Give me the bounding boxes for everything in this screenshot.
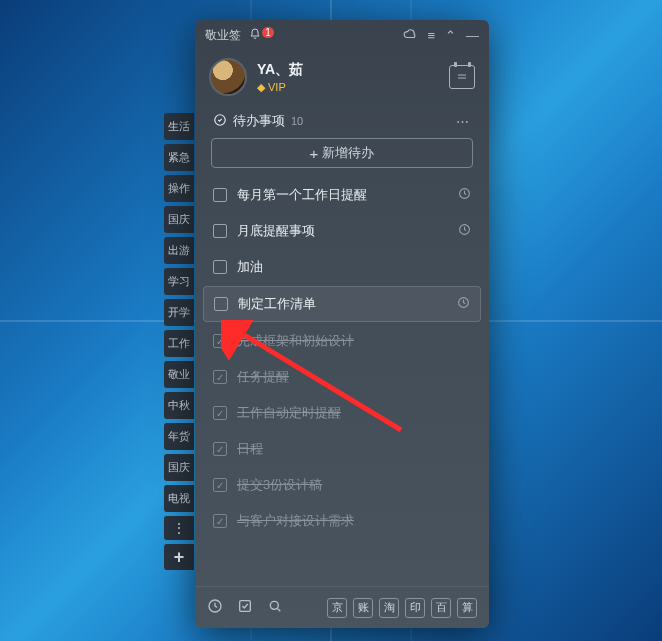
titlebar: 敬业签 1 ≡ ⌃ — — [195, 20, 489, 50]
sidebar-more[interactable]: ⋮ — [164, 516, 194, 540]
check-view-icon[interactable] — [237, 598, 253, 617]
todo-text: 每月第一个工作日提醒 — [237, 186, 452, 204]
sidebar-tab-11[interactable]: 国庆 — [164, 454, 194, 481]
bottom-chip-2[interactable]: 淘 — [379, 598, 399, 618]
checkbox[interactable] — [213, 224, 227, 238]
checkbox[interactable] — [213, 478, 227, 492]
username: YA、茹 — [257, 61, 303, 79]
history-icon[interactable] — [207, 598, 223, 617]
todo-text: 日程 — [237, 440, 471, 458]
sidebar-add[interactable]: + — [164, 544, 194, 570]
checkbox[interactable] — [213, 514, 227, 528]
todo-item[interactable]: 与客户对接设计需求 — [203, 504, 481, 538]
section-header: 待办事项 10 ⋯ — [195, 108, 489, 138]
notif-count: 1 — [262, 27, 274, 38]
todo-item[interactable]: 每月第一个工作日提醒 — [203, 178, 481, 212]
clock-icon — [458, 187, 471, 203]
todo-item[interactable]: 月底提醒事项 — [203, 214, 481, 248]
todo-item[interactable]: 工作自动定时提醒 — [203, 396, 481, 430]
todo-text: 制定工作清单 — [238, 295, 451, 313]
todo-item[interactable]: 加油 — [203, 250, 481, 284]
plus-icon: + — [310, 145, 319, 162]
sidebar-tab-10[interactable]: 年货 — [164, 423, 194, 450]
bottom-bar: 京账淘印百算 — [195, 586, 489, 628]
add-todo-button[interactable]: + 新增待办 — [211, 138, 473, 168]
todo-text: 任务提醒 — [237, 368, 471, 386]
sidebar-tab-2[interactable]: 操作 — [164, 175, 194, 202]
todo-item[interactable]: 完成框架和初始设计 — [203, 324, 481, 358]
todo-text: 加油 — [237, 258, 471, 276]
todo-text: 与客户对接设计需求 — [237, 512, 471, 530]
bottom-chip-4[interactable]: 百 — [431, 598, 451, 618]
sidebar-tab-6[interactable]: 开学 — [164, 299, 194, 326]
sidebar-tab-3[interactable]: 国庆 — [164, 206, 194, 233]
minimize-icon[interactable]: — — [466, 28, 479, 43]
vip-badge: ◆ VIP — [257, 81, 303, 94]
section-count: 10 — [291, 115, 303, 127]
bottom-chip-1[interactable]: 账 — [353, 598, 373, 618]
todo-item[interactable]: 制定工作清单 — [203, 286, 481, 322]
app-name: 敬业签 — [205, 27, 241, 44]
sidebar-tab-0[interactable]: 生活 — [164, 113, 194, 140]
sidebar-tab-12[interactable]: 电视 — [164, 485, 194, 512]
collapse-icon[interactable]: ⌃ — [445, 28, 456, 43]
todo-item[interactable]: 日程 — [203, 432, 481, 466]
todo-text: 工作自动定时提醒 — [237, 404, 471, 422]
todo-text: 月底提醒事项 — [237, 222, 452, 240]
todo-list: 每月第一个工作日提醒月底提醒事项加油制定工作清单完成框架和初始设计任务提醒工作自… — [195, 178, 489, 586]
sidebar-tab-9[interactable]: 中秋 — [164, 392, 194, 419]
checkbox[interactable] — [213, 442, 227, 456]
avatar[interactable] — [209, 58, 247, 96]
bottom-chip-5[interactable]: 算 — [457, 598, 477, 618]
clock-icon — [457, 296, 470, 312]
svg-rect-7 — [240, 601, 251, 612]
todo-section-icon — [213, 113, 227, 130]
checkbox[interactable] — [214, 297, 228, 311]
sidebar-tab-1[interactable]: 紧急 — [164, 144, 194, 171]
svg-point-8 — [270, 601, 278, 609]
sidebar-tab-8[interactable]: 敬业 — [164, 361, 194, 388]
sidebar-tab-4[interactable]: 出游 — [164, 237, 194, 264]
sidebar-tab-5[interactable]: 学习 — [164, 268, 194, 295]
cloud-icon[interactable] — [403, 27, 417, 44]
menu-icon[interactable]: ≡ — [427, 28, 435, 43]
checkbox[interactable] — [213, 260, 227, 274]
checkbox[interactable] — [213, 334, 227, 348]
sidebar-tab-7[interactable]: 工作 — [164, 330, 194, 357]
section-title: 待办事项 — [233, 112, 285, 130]
todo-text: 完成框架和初始设计 — [237, 332, 471, 350]
todo-text: 提交3份设计稿 — [237, 476, 471, 494]
bottom-chip-3[interactable]: 印 — [405, 598, 425, 618]
diamond-icon: ◆ — [257, 81, 265, 94]
bottom-chip-0[interactable]: 京 — [327, 598, 347, 618]
checkbox[interactable] — [213, 188, 227, 202]
clock-icon — [458, 223, 471, 239]
checkbox[interactable] — [213, 406, 227, 420]
calendar-icon[interactable] — [449, 65, 475, 89]
search-icon[interactable] — [267, 598, 283, 617]
todo-item[interactable]: 提交3份设计稿 — [203, 468, 481, 502]
checkbox[interactable] — [213, 370, 227, 384]
todo-item[interactable]: 任务提醒 — [203, 360, 481, 394]
bell-icon[interactable]: 1 — [249, 28, 274, 43]
more-icon[interactable]: ⋯ — [456, 114, 471, 129]
profile-row: YA、茹 ◆ VIP — [195, 50, 489, 108]
app-window: 敬业签 1 ≡ ⌃ — YA、茹 ◆ VIP — [195, 20, 489, 628]
